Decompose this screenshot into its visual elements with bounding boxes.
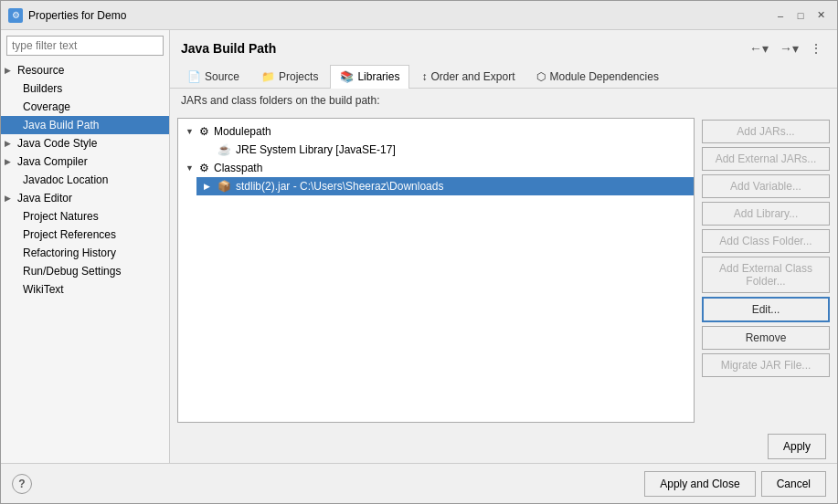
- sidebar-item-project-references[interactable]: Project References: [1, 226, 169, 244]
- properties-window: ⚙ Properties for Demo – □ ✕ ▶ Resource B…: [0, 0, 838, 504]
- jar-icon: 📦: [217, 180, 231, 193]
- bottom-left: ?: [12, 474, 639, 494]
- expand-icon: ▶: [5, 157, 14, 166]
- forward-button[interactable]: →▾: [776, 39, 802, 58]
- tabs-bar: 📄 Source 📁 Projects 📚 Libraries ↕ Order …: [170, 65, 837, 89]
- add-class-folder-button[interactable]: Add Class Folder...: [702, 229, 830, 253]
- expand-icon: ▶: [204, 182, 215, 191]
- sidebar-item-label: Java Compiler: [17, 155, 88, 168]
- tree-item-label: Modulepath: [214, 125, 271, 138]
- panel-title: Java Build Path: [181, 41, 276, 56]
- order-icon: ↕: [421, 70, 427, 83]
- tree-item-modulepath[interactable]: ▼ ⚙ Modulepath: [178, 122, 694, 141]
- add-external-class-folder-button[interactable]: Add External Class Folder...: [702, 257, 830, 293]
- header-actions: ←▾ →▾ ⋮: [746, 39, 826, 58]
- sidebar-item-java-editor[interactable]: ▶ Java Editor: [1, 189, 169, 207]
- sidebar-item-label: Java Editor: [17, 192, 72, 205]
- sidebar-item-label: Project References: [23, 228, 116, 241]
- sidebar: ▶ Resource Builders Coverage Java Build …: [1, 30, 170, 463]
- expand-icon: ▶: [5, 194, 14, 203]
- tree-item-stdlib-jar[interactable]: ▶ 📦 stdlib(2).jar - C:\Users\Sheeraz\Dow…: [196, 177, 694, 195]
- close-button[interactable]: ✕: [811, 6, 830, 25]
- add-library-button[interactable]: Add Library...: [702, 202, 830, 226]
- sidebar-item-builders[interactable]: Builders: [1, 79, 169, 98]
- build-path-tree[interactable]: ▼ ⚙ Modulepath ☕ JRE System Library [Jav…: [177, 118, 695, 423]
- sidebar-item-label: Javadoc Location: [23, 173, 108, 186]
- minimize-button[interactable]: –: [771, 6, 790, 25]
- projects-icon: 📁: [261, 70, 275, 83]
- sidebar-item-wikitext[interactable]: WikiText: [1, 280, 169, 299]
- sidebar-item-label: Resource: [17, 64, 64, 77]
- expand-icon: ▼: [186, 127, 196, 136]
- cancel-button[interactable]: Cancel: [761, 471, 826, 497]
- expand-icon: ▼: [186, 163, 196, 173]
- sidebar-item-java-compiler[interactable]: ▶ Java Compiler: [1, 152, 169, 171]
- title-controls: – □ ✕: [771, 6, 830, 25]
- side-buttons: Add JARs... Add External JARs... Add Var…: [702, 118, 830, 423]
- tab-module-dependencies[interactable]: ⬡ Module Dependencies: [526, 65, 668, 88]
- window-title: Properties for Demo: [28, 9, 126, 22]
- apply-and-close-button[interactable]: Apply and Close: [644, 471, 755, 497]
- tab-projects[interactable]: 📁 Projects: [251, 65, 328, 88]
- tree-item-classpath[interactable]: ▼ ⚙ Classpath: [178, 159, 694, 177]
- sidebar-item-label: WikiText: [23, 283, 64, 296]
- modulepath-icon: ⚙: [199, 125, 209, 138]
- tab-libraries[interactable]: 📚 Libraries: [330, 65, 409, 89]
- modulepath-children: ☕ JRE System Library [JavaSE-17]: [178, 141, 694, 159]
- tree-item-label: stdlib(2).jar - C:\Users\Sheeraz\Downloa…: [236, 180, 443, 193]
- filter-input[interactable]: [6, 36, 164, 56]
- apply-button[interactable]: Apply: [768, 434, 826, 459]
- tab-order-export[interactable]: ↕ Order and Export: [411, 65, 525, 88]
- tree-item-label: Classpath: [214, 162, 262, 174]
- sidebar-item-label: Refactoring History: [23, 247, 116, 259]
- tab-source[interactable]: 📄 Source: [177, 65, 249, 88]
- add-variable-button[interactable]: Add Variable...: [702, 174, 830, 198]
- add-external-jars-button[interactable]: Add External JARs...: [702, 147, 830, 171]
- tree-item-jre[interactable]: ☕ JRE System Library [JavaSE-17]: [196, 141, 694, 159]
- sidebar-item-label: Java Build Path: [23, 119, 99, 131]
- sidebar-item-refactoring-history[interactable]: Refactoring History: [1, 244, 169, 262]
- sidebar-item-java-build-path[interactable]: Java Build Path: [1, 116, 169, 134]
- window-icon: ⚙: [8, 8, 23, 23]
- footer-bar: ? Apply and Close Cancel: [1, 463, 837, 503]
- sidebar-item-project-natures[interactable]: Project Natures: [1, 207, 169, 226]
- menu-button[interactable]: ⋮: [806, 39, 826, 58]
- tab-label: Source: [205, 70, 239, 83]
- sidebar-item-javadoc-location[interactable]: Javadoc Location: [1, 171, 169, 189]
- classpath-icon: ⚙: [199, 162, 209, 174]
- source-icon: 📄: [187, 70, 201, 83]
- panel-body: ▼ ⚙ Modulepath ☕ JRE System Library [Jav…: [170, 110, 837, 430]
- expand-icon: ▶: [5, 66, 14, 75]
- remove-button[interactable]: Remove: [702, 326, 830, 350]
- sidebar-item-label: Builders: [23, 82, 62, 95]
- sidebar-item-resource[interactable]: ▶ Resource: [1, 61, 169, 79]
- module-icon: ⬡: [536, 70, 546, 83]
- help-button[interactable]: ?: [12, 474, 32, 494]
- main-content: ▶ Resource Builders Coverage Java Build …: [1, 30, 837, 463]
- sidebar-item-label: Project Natures: [23, 210, 99, 223]
- title-bar: ⚙ Properties for Demo – □ ✕: [1, 1, 837, 30]
- right-panel: Java Build Path ←▾ →▾ ⋮ 📄 Source 📁 Proje…: [170, 30, 837, 463]
- tab-label: Libraries: [357, 70, 399, 83]
- sidebar-item-java-code-style[interactable]: ▶ Java Code Style: [1, 134, 169, 152]
- sidebar-item-label: Run/Debug Settings: [23, 265, 121, 278]
- migrate-jar-button[interactable]: Migrate JAR File...: [702, 353, 830, 377]
- tab-label: Module Dependencies: [549, 70, 658, 83]
- maximize-button[interactable]: □: [791, 6, 810, 25]
- add-jars-button[interactable]: Add JARs...: [702, 120, 830, 143]
- sidebar-item-label: Coverage: [23, 100, 70, 113]
- tree-item-label: JRE System Library [JavaSE-17]: [236, 143, 396, 156]
- jre-icon: ☕: [217, 143, 231, 156]
- edit-button[interactable]: Edit...: [702, 297, 830, 322]
- tab-label: Projects: [279, 70, 318, 83]
- sidebar-item-label: Java Code Style: [17, 137, 97, 150]
- panel-header: Java Build Path ←▾ →▾ ⋮: [170, 30, 837, 65]
- info-text: JARs and class folders on the build path…: [170, 89, 837, 110]
- sidebar-list: ▶ Resource Builders Coverage Java Build …: [1, 61, 169, 463]
- classpath-children: ▶ 📦 stdlib(2).jar - C:\Users\Sheeraz\Dow…: [178, 177, 694, 195]
- back-button[interactable]: ←▾: [746, 39, 772, 58]
- expand-icon: ▶: [5, 139, 14, 148]
- sidebar-item-run-debug-settings[interactable]: Run/Debug Settings: [1, 262, 169, 280]
- sidebar-item-coverage[interactable]: Coverage: [1, 98, 169, 116]
- title-bar-left: ⚙ Properties for Demo: [8, 8, 126, 23]
